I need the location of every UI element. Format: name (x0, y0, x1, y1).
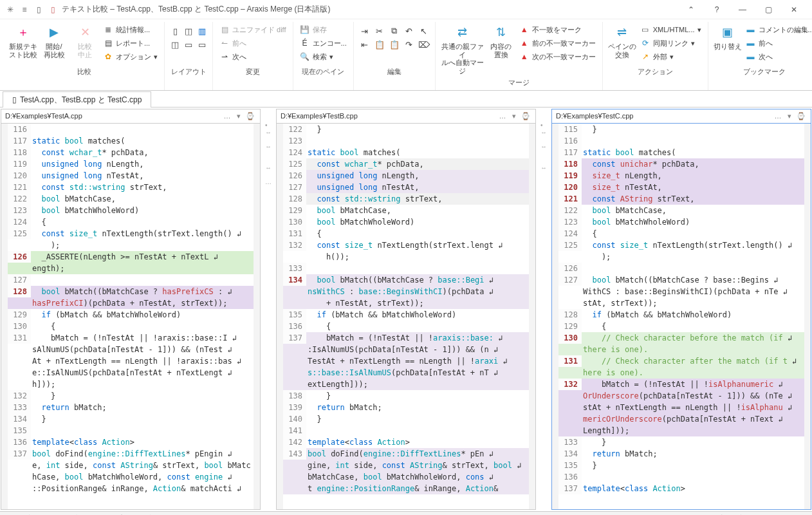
group-bookmark-label: ブックマーク (743, 66, 786, 79)
next-change-button[interactable]: ⇀次へ (217, 50, 289, 63)
menu-icon[interactable]: ≡ (19, 5, 30, 15)
stats-button[interactable]: ≣統計情報... (100, 23, 160, 36)
file-icon: ▯ (12, 95, 17, 104)
ribbon: ＋新規テキスト比較 ▶開始/再比較 ✕比較中止 ≣統計情報... ▤レポート..… (0, 19, 812, 91)
pane-history-icon[interactable]: ⌚ (520, 112, 531, 120)
edit-comment-button[interactable]: ▬コメントの編集... (743, 23, 813, 36)
gap-ab: •↔↔↔… (261, 108, 275, 511)
bm-next-button[interactable]: ▬次へ (743, 50, 813, 63)
group-merge-label: マージ (508, 77, 530, 90)
options-button[interactable]: ✿オプション ▾ (100, 50, 160, 63)
layout-1[interactable]: ▯ (169, 24, 181, 37)
close-button[interactable]: ✕ (781, 1, 807, 19)
pane-menu-icon[interactable]: … (497, 112, 508, 120)
layout-4[interactable]: ◫ (169, 38, 181, 51)
pane-menu-icon[interactable]: … (772, 112, 784, 120)
group-action: ⇌ペインの交換 ▭XML/HTML... ▾ ⟳同期リンク ▾ ↗外部 ▾ アク… (603, 22, 708, 90)
group-merge: ⇄共通の親ファイルへ自動マージ ⇅内容の置換 ▲不一致をマーク ▲前の不一致マー… (436, 22, 603, 90)
toggle-bookmark-button[interactable]: ▣切り替え (712, 22, 743, 52)
group-bookmark: ▣切り替え ▬コメントの編集... ▬前へ ▬次へ ブックマーク (708, 22, 813, 90)
edit-paste[interactable]: 📋 (373, 38, 387, 51)
bm-prev-button[interactable]: ▬前へ (743, 37, 813, 50)
prev-marker-button[interactable]: ▲前の不一致マーカー (517, 37, 598, 50)
pane-menu-icon[interactable]: … (221, 112, 233, 120)
cancel-compare-button[interactable]: ✕比較中止 (69, 22, 100, 60)
pane-a-path: D:¥Examples¥TestA.cpp (5, 112, 221, 120)
prev-change-button[interactable]: ↼前へ (217, 37, 289, 50)
tab-bar: ▯TestA.cpp、TestB.cpp と TestC.cpp (0, 91, 812, 108)
group-action-label: アクション (638, 66, 673, 79)
edit-cut[interactable]: ✂ (373, 24, 387, 37)
xml-html-button[interactable]: ▭XML/HTML... ▾ (638, 23, 704, 36)
layout-5[interactable]: ▭ (182, 38, 195, 51)
code-area-b[interactable]: 122 }123 124static bool matches(125 cons… (277, 124, 535, 509)
pane-dropdown-icon[interactable]: ▾ (233, 112, 245, 120)
layout-3[interactable]: ▥ (196, 24, 208, 37)
code-area-a[interactable]: 116 117static bool matches(118 const wch… (1, 124, 260, 509)
pane-b-path: D:¥Examples¥TestB.cpp (281, 112, 497, 120)
group-compare-label: 比較 (77, 66, 91, 79)
group-edit: ⇥ ✂ ⧉ ↶ ↖ ⇤ 📋 📋 ↷ ⌦ 編集 (354, 22, 436, 90)
maximize-button[interactable]: ▢ (755, 1, 781, 19)
save-button[interactable]: 💾保存 (297, 23, 349, 36)
group-layout: ▯ ◫ ▥ ◫ ▭ ▭ レイアウト (165, 22, 213, 90)
external-button[interactable]: ↗外部 ▾ (638, 50, 704, 63)
window-title: テキスト比較 – TestA.cpp、TestB.cpp と TestC.cpp… (62, 4, 678, 15)
new-doc-plus-icon[interactable]: ▯ (48, 5, 58, 15)
edit-redo[interactable]: ↷ (402, 38, 416, 51)
group-edit-label: 編集 (387, 66, 401, 79)
unified-diff-button[interactable]: ▤ユニファイド diff (217, 23, 289, 36)
pane-dropdown-icon[interactable]: ▾ (784, 112, 795, 120)
content-replace-button[interactable]: ⇅内容の置換 (486, 22, 517, 60)
edit-dec-indent[interactable]: ⇤ (358, 38, 372, 51)
up-button[interactable]: ⌃ (678, 1, 704, 19)
report-button[interactable]: ▤レポート... (100, 37, 160, 50)
tab-active[interactable]: ▯TestA.cpp、TestB.cpp と TestC.cpp (3, 91, 151, 108)
layout-2[interactable]: ◫ (182, 24, 195, 37)
group-compare: ＋新規テキスト比較 ▶開始/再比較 ✕比較中止 ≣統計情報... ▤レポート..… (4, 22, 165, 90)
help-button[interactable]: ? (704, 1, 730, 19)
group-change-label: 変更 (246, 66, 260, 79)
pane-c: D:¥Examples¥TestC.cpp … ▾ ⌚ 115 }116 117… (551, 109, 811, 510)
swap-panes-button[interactable]: ⇌ペインの交換 (607, 22, 638, 60)
gap-bc: •↔↔↔ (537, 108, 551, 511)
app-icon: ✳ (5, 5, 15, 15)
group-layout-label: レイアウト (171, 66, 207, 79)
minimize-button[interactable]: — (730, 1, 755, 19)
pane-history-icon[interactable]: ⌚ (795, 112, 807, 120)
pane-b: D:¥Examples¥TestB.cpp … ▾ ⌚ 122 }123 124… (276, 109, 536, 510)
start-recompare-button[interactable]: ▶開始/再比較 (39, 22, 69, 60)
group-currentpane: 💾保存 Éエンコー... 🔍検索 ▾ 現在のペイン (293, 22, 354, 90)
titlebar: ✳ ≡ ▯ ▯ テキスト比較 – TestA.cpp、TestB.cpp と T… (0, 0, 812, 19)
layout-6[interactable]: ▭ (196, 38, 208, 51)
status-bar: 比較は完了しました [注目すべきオプション: 空白] 行 1 / 843 列 1… (0, 511, 812, 515)
auto-merge-button[interactable]: ⇄共通の親ファイルへ自動マージ (439, 22, 486, 77)
edit-copy[interactable]: ⧉ (387, 24, 401, 37)
new-doc-icon[interactable]: ▯ (33, 5, 44, 15)
encoding-button[interactable]: Éエンコー... (297, 37, 349, 50)
pane-history-icon[interactable]: ⌚ (245, 112, 256, 120)
new-text-compare-button[interactable]: ＋新規テキスト比較 (8, 22, 39, 60)
search-button[interactable]: 🔍検索 ▾ (297, 50, 349, 63)
pane-dropdown-icon[interactable]: ▾ (508, 112, 520, 120)
edit-cursor[interactable]: ↖ (417, 24, 431, 37)
workspace: D:¥Examples¥TestA.cpp … ▾ ⌚ 116 117stati… (0, 108, 812, 511)
edit-undo[interactable]: ↶ (402, 24, 416, 37)
edit-inc-indent[interactable]: ⇥ (358, 24, 372, 37)
pane-a: D:¥Examples¥TestA.cpp … ▾ ⌚ 116 117stati… (1, 109, 261, 510)
edit-paste2[interactable]: 📋 (387, 38, 401, 51)
next-marker-button[interactable]: ▲次の不一致マーカー (517, 50, 598, 63)
mark-diff-button[interactable]: ▲不一致をマーク (517, 23, 598, 36)
code-area-c[interactable]: 115 }116 117static bool matches(118 cons… (552, 124, 811, 509)
group-currentpane-label: 現在のペイン (302, 66, 344, 79)
sync-link-button[interactable]: ⟳同期リンク ▾ (638, 37, 704, 50)
edit-help[interactable]: ⌦ (417, 38, 431, 51)
group-change: ▤ユニファイド diff ↼前へ ⇀次へ 変更 (213, 22, 293, 90)
pane-c-path: D:¥Examples¥TestC.cpp (556, 112, 772, 120)
